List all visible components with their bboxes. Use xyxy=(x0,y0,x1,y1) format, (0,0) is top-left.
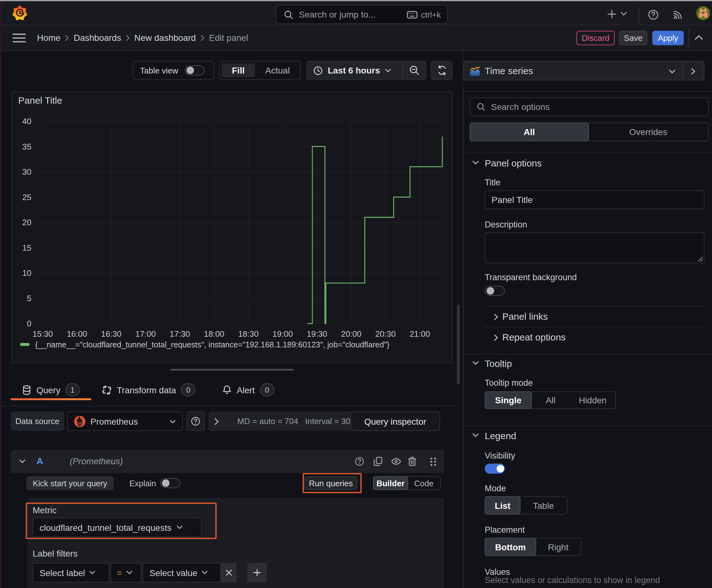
svg-text:0: 0 xyxy=(27,319,31,328)
svg-text:40: 40 xyxy=(22,117,31,126)
svg-text:20:00: 20:00 xyxy=(341,329,361,339)
svg-text:10: 10 xyxy=(22,268,31,278)
svg-text:18:00: 18:00 xyxy=(204,329,224,339)
svg-text:17:00: 17:00 xyxy=(135,329,156,339)
svg-text:18:30: 18:30 xyxy=(238,329,259,339)
svg-text:5: 5 xyxy=(27,294,31,303)
svg-text:19:00: 19:00 xyxy=(273,329,293,339)
svg-text:15: 15 xyxy=(22,243,31,253)
svg-text:16:30: 16:30 xyxy=(101,329,122,339)
svg-text:21:00: 21:00 xyxy=(410,329,430,339)
svg-text:35: 35 xyxy=(22,142,31,151)
svg-text:16:00: 16:00 xyxy=(67,329,87,339)
svg-text:19:30: 19:30 xyxy=(307,329,327,339)
svg-text:{__name__="cloudflared_tunnel_: {__name__="cloudflared_tunnel_total_requ… xyxy=(35,340,389,349)
svg-text:15:30: 15:30 xyxy=(33,329,53,339)
svg-text:30: 30 xyxy=(22,167,31,176)
svg-text:17:30: 17:30 xyxy=(170,329,190,339)
svg-text:25: 25 xyxy=(22,192,31,202)
svg-text:20: 20 xyxy=(22,218,31,227)
svg-text:20:30: 20:30 xyxy=(375,329,395,339)
